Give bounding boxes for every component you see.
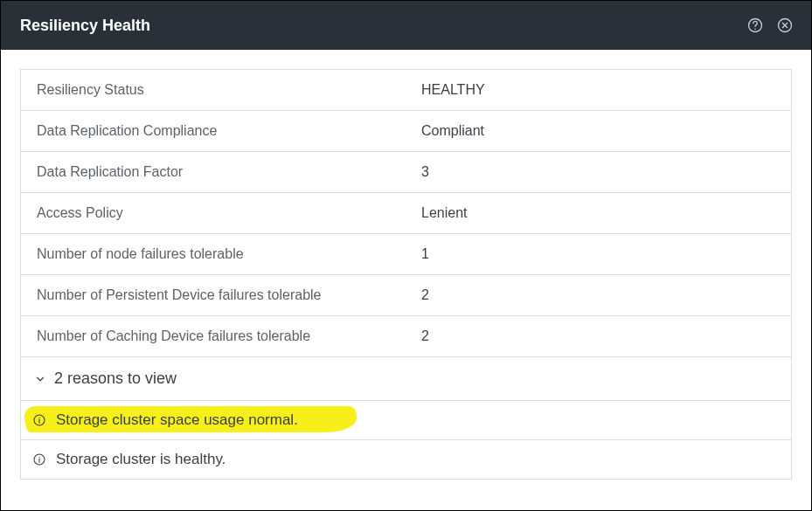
row-data-replication-compliance: Data Replication Compliance Compliant xyxy=(21,111,791,152)
row-resiliency-status: Resiliency Status HEALTHY xyxy=(21,70,791,111)
chevron-down-icon xyxy=(33,372,47,386)
reason-item: Storage cluster is healthy. xyxy=(21,440,791,479)
reason-text: Storage cluster is healthy. xyxy=(56,451,226,468)
close-icon[interactable] xyxy=(774,15,795,36)
svg-point-1 xyxy=(754,28,756,29)
row-value: Lenient xyxy=(421,205,468,221)
reasons-expander-label: 2 reasons to view xyxy=(54,369,177,388)
row-value: Compliant xyxy=(421,123,484,139)
row-label: Data Replication Factor xyxy=(37,164,421,180)
row-data-replication-factor: Data Replication Factor 3 xyxy=(21,152,791,193)
row-node-failures-tolerable: Number of node failures tolerable 1 xyxy=(21,234,791,275)
row-value: 2 xyxy=(421,328,429,344)
reason-item: Storage cluster space usage normal. xyxy=(21,401,791,440)
row-label: Data Replication Compliance xyxy=(37,123,421,139)
help-icon[interactable] xyxy=(745,15,766,36)
reason-text: Storage cluster space usage normal. xyxy=(56,411,298,429)
row-label: Number of Persistent Device failures tol… xyxy=(37,287,421,303)
row-label: Number of node failures tolerable xyxy=(37,246,421,262)
resiliency-panel: Resiliency Status HEALTHY Data Replicati… xyxy=(20,69,792,480)
row-persistent-device-failures-tolerable: Number of Persistent Device failures tol… xyxy=(21,275,791,316)
row-caching-device-failures-tolerable: Number of Caching Device failures tolera… xyxy=(21,316,791,357)
dialog-header: Resiliency Health xyxy=(1,1,811,50)
dialog-content: Resiliency Status HEALTHY Data Replicati… xyxy=(1,50,811,495)
row-label: Resiliency Status xyxy=(37,82,421,98)
dialog-title: Resiliency Health xyxy=(20,17,150,35)
row-label: Access Policy xyxy=(37,205,421,221)
row-value: HEALTHY xyxy=(421,82,485,98)
row-label: Number of Caching Device failures tolera… xyxy=(37,328,421,344)
info-icon xyxy=(31,412,47,428)
svg-point-6 xyxy=(38,457,39,458)
row-access-policy: Access Policy Lenient xyxy=(21,193,791,234)
row-value: 2 xyxy=(421,287,429,303)
info-icon xyxy=(31,452,47,467)
header-actions xyxy=(745,15,795,36)
reasons-expander[interactable]: 2 reasons to view xyxy=(21,357,791,401)
svg-point-4 xyxy=(38,418,39,418)
row-value: 1 xyxy=(421,246,429,262)
row-value: 3 xyxy=(421,164,429,180)
